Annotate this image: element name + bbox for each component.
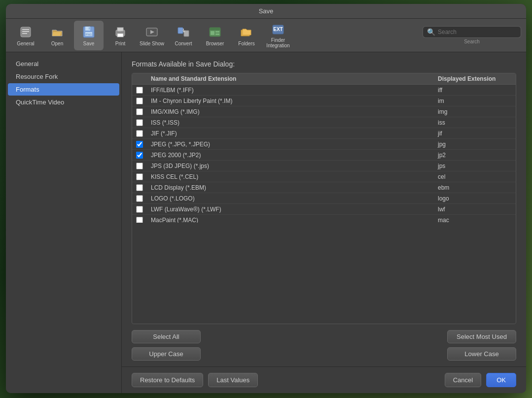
- row-name-jps: JPS (3D JPEG) (*.jps): [151, 163, 438, 169]
- svg-rect-10: [117, 28, 123, 31]
- cancel-button[interactable]: Cancel: [445, 373, 481, 387]
- toolbar-save-label: Save: [83, 41, 95, 46]
- row-name-mac: MacPaint (*.MAC): [151, 217, 438, 223]
- ok-button[interactable]: OK: [486, 373, 516, 387]
- select-all-button[interactable]: Select All: [132, 330, 201, 343]
- row-ext-jpeg2000: jp2: [438, 152, 512, 159]
- svg-rect-15: [178, 28, 183, 33]
- restore-defaults-button[interactable]: Restore to Defaults: [132, 373, 203, 387]
- sidebar: General Resource Fork Formats QuickTime …: [6, 52, 122, 393]
- table-row: KISS CEL (*.CEL) cel: [132, 171, 516, 182]
- row-name-jpeg: JPEG (*.JPG, *.JPEG): [151, 141, 438, 148]
- panel-title: Formats Available in Save Dialog:: [122, 52, 526, 73]
- row-name-jif: JIF (*.JIF): [151, 130, 438, 137]
- upper-case-button[interactable]: Upper Case: [132, 347, 201, 361]
- row-ext-jpeg: jpg: [438, 141, 512, 148]
- toolbar-slideshow[interactable]: Slide Show: [137, 21, 167, 50]
- row-name-iss: ISS (*.ISS): [151, 119, 438, 126]
- svg-rect-19: [210, 28, 220, 30]
- row-ext-ebm: ebm: [438, 184, 512, 191]
- toolbar-slideshow-label: Slide Show: [140, 41, 164, 46]
- toolbar-open[interactable]: Open: [42, 21, 72, 50]
- sidebar-item-formats[interactable]: Formats: [8, 83, 119, 96]
- header-check: [136, 75, 151, 82]
- table-row: IM - Chyron Liberty Paint (*.IM) im: [132, 96, 516, 106]
- row-checkbox-cel[interactable]: [136, 173, 143, 180]
- table-body: IFF/ILBM (*.IFF) iff IM - Chyron Liberty…: [132, 85, 516, 223]
- row-ext-cel: cel: [438, 173, 512, 180]
- toolbar-finder[interactable]: EXT Finder Integration: [263, 21, 293, 50]
- toolbar-folders[interactable]: Folders: [232, 21, 261, 50]
- svg-rect-21: [215, 31, 219, 33]
- toolbar-print[interactable]: Print: [106, 21, 135, 50]
- lower-case-button[interactable]: Lower Case: [447, 347, 516, 361]
- table-row: ISS (*.ISS) iss: [132, 117, 516, 128]
- title-bar: Save: [6, 4, 526, 19]
- buttons-area: Select All Upper Case Select Most Used L…: [122, 324, 526, 366]
- row-ext-img: img: [438, 108, 512, 115]
- open-icon: [49, 24, 65, 40]
- sidebar-item-quicktime[interactable]: QuickTime Video: [8, 96, 119, 108]
- search-input[interactable]: [438, 29, 517, 35]
- row-ext-lwf: lwf: [438, 206, 512, 213]
- row-name-img: IMG/XIMG (*.IMG): [151, 108, 438, 115]
- folders-icon: [239, 24, 254, 40]
- header-ext: Displayed Extension: [438, 75, 512, 82]
- row-ext-mac: mac: [438, 217, 512, 223]
- row-checkbox-jpeg[interactable]: [136, 141, 143, 148]
- row-checkbox-jpeg2000[interactable]: [136, 152, 143, 159]
- row-name-lwf: LWF (LuraWave®) (*.LWF): [151, 206, 438, 213]
- row-checkbox-lwf[interactable]: [136, 206, 143, 213]
- row-checkbox-iff[interactable]: [136, 87, 143, 94]
- formats-table: Name and Standard Extension Displayed Ex…: [132, 73, 516, 324]
- bottom-bar: Restore to Defaults Last Values Cancel O…: [122, 366, 526, 393]
- toolbar-finder-label: Finder Integration: [265, 37, 291, 48]
- svg-rect-20: [211, 31, 214, 35]
- row-checkbox-im[interactable]: [136, 98, 143, 104]
- last-values-button[interactable]: Last Values: [208, 373, 258, 387]
- row-checkbox-jif[interactable]: [136, 130, 143, 137]
- toolbar-convert-label: Convert: [175, 41, 192, 46]
- row-name-jpeg2000: JPEG 2000 (*.JP2): [151, 152, 438, 159]
- toolbar-folders-label: Folders: [238, 41, 254, 46]
- toolbar-open-label: Open: [51, 41, 63, 46]
- toolbar-save[interactable]: PNG Save: [74, 21, 104, 50]
- select-most-used-button[interactable]: Select Most Used: [447, 330, 516, 343]
- sidebar-item-general[interactable]: General: [8, 58, 119, 70]
- table-row: JPS (3D JPEG) (*.jps) jps: [132, 161, 516, 171]
- svg-rect-2: [22, 31, 29, 32]
- bottom-right: Cancel OK: [445, 373, 516, 387]
- toolbar-general[interactable]: General: [11, 21, 40, 50]
- row-checkbox-mac[interactable]: [136, 217, 143, 223]
- table-header: Name and Standard Extension Displayed Ex…: [132, 73, 516, 85]
- row-ext-im: im: [438, 98, 512, 104]
- svg-rect-11: [117, 33, 123, 37]
- table-row: IMG/XIMG (*.IMG) img: [132, 106, 516, 117]
- table-row: LCD Display (*.EBM) ebm: [132, 182, 516, 193]
- sidebar-item-resource-fork[interactable]: Resource Fork: [8, 70, 119, 83]
- general-icon: [18, 24, 34, 40]
- svg-rect-7: [89, 27, 90, 30]
- row-ext-jif: jif: [438, 130, 512, 137]
- table-row: LWF (LuraWave®) (*.LWF) lwf: [132, 204, 516, 215]
- svg-rect-1: [22, 29, 29, 30]
- bottom-left: Restore to Defaults Last Values: [132, 373, 258, 387]
- row-name-im: IM - Chyron Liberty Paint (*.IM): [151, 98, 438, 104]
- row-ext-jps: jps: [438, 163, 512, 169]
- row-checkbox-logo[interactable]: [136, 195, 143, 202]
- row-ext-iss: iss: [438, 119, 512, 126]
- toolbar-browser[interactable]: Browser: [200, 21, 230, 50]
- toolbar-convert[interactable]: Convert: [169, 21, 198, 50]
- search-label: Search: [464, 39, 480, 44]
- row-checkbox-iss[interactable]: [136, 119, 143, 126]
- finder-icon: EXT: [270, 23, 286, 36]
- table-row: JPEG 2000 (*.JP2) jp2: [132, 150, 516, 161]
- row-checkbox-jps[interactable]: [136, 163, 143, 169]
- row-checkbox-ebm[interactable]: [136, 184, 143, 191]
- row-checkbox-img[interactable]: [136, 108, 143, 115]
- window-title: Save: [259, 7, 274, 15]
- header-name: Name and Standard Extension: [151, 75, 438, 82]
- row-name-iff: IFF/ILBM (*.IFF): [151, 87, 438, 94]
- search-icon: 🔍: [427, 28, 435, 36]
- row-ext-iff: iff: [438, 87, 512, 94]
